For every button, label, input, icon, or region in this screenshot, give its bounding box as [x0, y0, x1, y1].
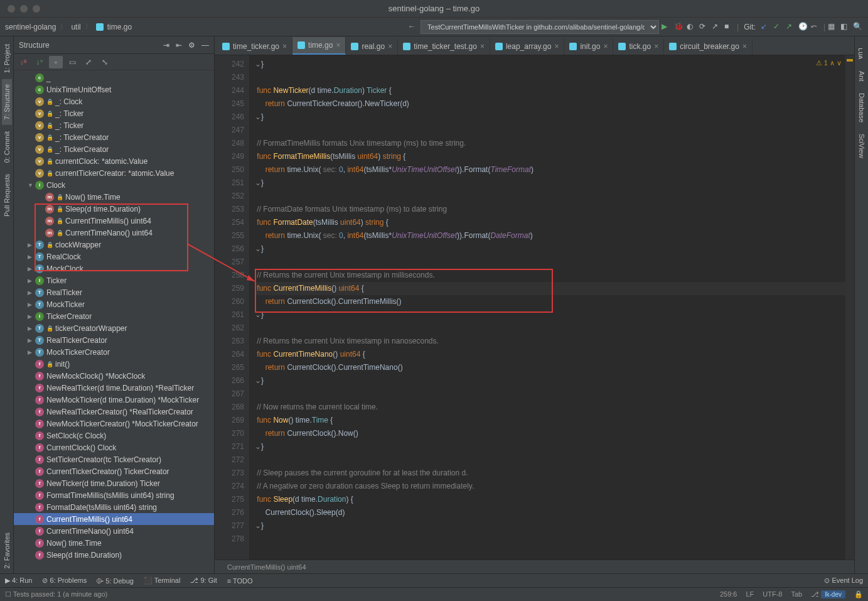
- structure-item[interactable]: fNewTicker(d time.Duration) Ticker: [14, 477, 214, 489]
- bottom-tab[interactable]: ▶ 4: Run: [5, 577, 32, 585]
- tab-commit[interactable]: 0: Commit: [2, 126, 12, 168]
- structure-item[interactable]: fNewMockTicker(d time.Duration) *MockTic…: [14, 394, 214, 406]
- crumb-folder[interactable]: util: [71, 23, 80, 31]
- structure-item[interactable]: fNow() time.Time: [14, 537, 214, 549]
- tab-sciview[interactable]: SciView: [857, 129, 867, 163]
- error-stripe[interactable]: [845, 55, 854, 560]
- structure-item[interactable]: m🔒Sleep(d time.Duration): [14, 203, 214, 215]
- editor-tab[interactable]: time_ticker.go×: [217, 38, 292, 55]
- structure-item[interactable]: ▶T🔒clockWrapper: [14, 239, 214, 251]
- structure-item[interactable]: fNewMockTickerCreator() *MockTickerCreat…: [14, 418, 214, 430]
- editor-tab[interactable]: init.go×: [564, 38, 613, 55]
- traffic-lights[interactable]: [0, 5, 40, 13]
- crumb-file[interactable]: time.go: [107, 23, 132, 31]
- editor-tab[interactable]: real.go×: [346, 38, 398, 55]
- crumb-project[interactable]: sentinel-golang: [5, 23, 56, 31]
- structure-item[interactable]: fSetTickerCreator(tc TickerCreator): [14, 453, 214, 465]
- structure-item[interactable]: ▶ITicker: [14, 274, 214, 286]
- editor-tab[interactable]: circuit_breaker.go×: [664, 38, 753, 55]
- profile-icon[interactable]: ⟳: [699, 22, 709, 32]
- structure-item[interactable]: fCurrentTimeNano() uint64: [14, 525, 214, 537]
- structure-item[interactable]: m🔒Now() time.Time: [14, 191, 214, 203]
- structure-item[interactable]: m🔒CurrentTimeNano() uint64: [14, 227, 214, 239]
- editor-tab[interactable]: tick.go×: [613, 38, 664, 55]
- structure-item[interactable]: ▶T🔒tickerCreatorWrapper: [14, 322, 214, 334]
- structure-tree[interactable]: c_cUnixTimeUnitOffsetv🔒_: Clockv🔒_: Tick…: [14, 70, 214, 573]
- structure-item[interactable]: fNewMockClock() *MockClock: [14, 370, 214, 382]
- structure-item[interactable]: ▶TMockTicker: [14, 298, 214, 310]
- structure-item[interactable]: ▶TRealClock: [14, 251, 214, 263]
- editor-tab[interactable]: time.go×: [292, 37, 346, 55]
- bottom-tab[interactable]: ⊙ Event Log: [824, 577, 863, 585]
- structure-item[interactable]: fCurrentTimeMillis() uint64: [14, 513, 214, 525]
- bottom-tab[interactable]: ⌱ 5: Debug: [97, 577, 134, 585]
- editor-tab[interactable]: leap_array.go×: [490, 38, 565, 55]
- collapse-icon[interactable]: ⇤: [176, 41, 182, 50]
- status-position[interactable]: 259:6: [720, 590, 737, 598]
- structure-item[interactable]: ▶TRealTicker: [14, 286, 214, 298]
- structure-item[interactable]: cUnixTimeUnitOffset: [14, 84, 214, 95]
- expand-icon[interactable]: ⇥: [163, 41, 169, 50]
- run-icon[interactable]: ▶: [662, 22, 672, 32]
- close-icon[interactable]: ×: [554, 42, 559, 51]
- structure-item[interactable]: v🔒_: TickerCreator: [14, 131, 214, 143]
- status-lock-icon[interactable]: 🔒: [854, 590, 863, 598]
- structure-item[interactable]: f🔒init(): [14, 358, 214, 370]
- structure-item[interactable]: v🔒currentTickerCreator: *atomic.Value: [14, 167, 214, 179]
- structure-item[interactable]: fFormatTimeMillis(tsMillis uint64) strin…: [14, 489, 214, 501]
- structure-item[interactable]: v🔒_: Ticker: [14, 119, 214, 131]
- git-commit-icon[interactable]: ✓: [773, 22, 783, 32]
- breadcrumb[interactable]: sentinel-golang 〉 util 〉 time.go: [5, 21, 132, 32]
- tab-project[interactable]: 1: Project: [2, 39, 12, 78]
- close-icon[interactable]: ×: [742, 42, 747, 51]
- status-encoding[interactable]: UTF-8: [763, 590, 782, 598]
- structure-item[interactable]: fNewRealTicker(d time.Duration) *RealTic…: [14, 382, 214, 394]
- autoscroll-icon[interactable]: ⤢: [82, 56, 95, 68]
- bottom-tab[interactable]: ⊘ 6: Problems: [42, 577, 87, 585]
- structure-item[interactable]: fFormatDate(tsMillis uint64) string: [14, 501, 214, 513]
- search-everywhere-icon[interactable]: 🔍: [853, 22, 863, 32]
- close-icon[interactable]: ×: [282, 42, 287, 51]
- close-icon[interactable]: ×: [336, 41, 340, 50]
- git-push-icon[interactable]: ↗: [786, 22, 796, 32]
- autoscroll-from-icon[interactable]: ⤡: [98, 56, 112, 68]
- stop-icon[interactable]: ■: [724, 22, 734, 32]
- status-indent[interactable]: Tab: [791, 590, 803, 598]
- hide-icon[interactable]: —: [201, 41, 209, 50]
- close-icon[interactable]: ×: [480, 42, 485, 51]
- ide-plugins-icon[interactable]: ◧: [840, 22, 850, 32]
- close-icon[interactable]: ×: [388, 42, 392, 51]
- tab-structure[interactable]: 7: Structure: [2, 79, 12, 125]
- git-update-icon[interactable]: ↙: [761, 22, 771, 32]
- code-area[interactable]: ⌄} func NewTicker(d time.Duration) Ticke…: [250, 55, 845, 560]
- back-icon[interactable]: ←: [408, 22, 418, 32]
- structure-item[interactable]: ▶TMockTickerCreator: [14, 346, 214, 358]
- debug-icon[interactable]: 🐞: [674, 22, 684, 32]
- structure-item[interactable]: fCurrentClock() Clock: [14, 441, 214, 453]
- structure-item[interactable]: fSetClock(c Clock): [14, 430, 214, 441]
- attach-icon[interactable]: ↗: [712, 22, 722, 32]
- close-icon[interactable]: ×: [603, 42, 608, 51]
- git-rollback-icon[interactable]: ⤺: [811, 22, 821, 32]
- settings-icon[interactable]: ⚙: [188, 41, 195, 50]
- structure-item[interactable]: c_: [14, 72, 214, 84]
- structure-item[interactable]: ▶TRealTickerCreator: [14, 334, 214, 346]
- editor-tab[interactable]: time_ticker_test.go×: [398, 38, 490, 55]
- tab-favorites[interactable]: 2: Favorites: [2, 528, 12, 573]
- structure-item[interactable]: v🔒_: TickerCreator: [14, 143, 214, 155]
- structure-item[interactable]: v🔒_: Ticker: [14, 107, 214, 119]
- structure-item[interactable]: ▶TMockClock: [14, 263, 214, 274]
- run-config-select[interactable]: TestCurrentTimeMillsWithTicker in github…: [421, 20, 659, 34]
- bottom-tab[interactable]: ≡ TODO: [227, 577, 253, 585]
- coverage-icon[interactable]: ◐: [687, 22, 697, 32]
- tab-lua[interactable]: ʟᴜᴀ: [856, 43, 867, 65]
- bottom-tab[interactable]: ⬛ Terminal: [144, 577, 180, 585]
- gutter[interactable]: 2422432442452462472482492502512522532542…: [215, 55, 250, 560]
- sort-visibility-icon[interactable]: ↓ᵛ: [33, 56, 46, 68]
- close-icon[interactable]: ×: [654, 42, 658, 51]
- structure-item[interactable]: m🔒CurrentTimeMillis() uint64: [14, 215, 214, 227]
- bottom-tab[interactable]: ⎇ 9: Git: [190, 577, 217, 585]
- show-fields-icon[interactable]: ▫: [49, 56, 63, 68]
- structure-item[interactable]: v🔒_: Clock: [14, 95, 214, 107]
- status-line-sep[interactable]: LF: [746, 590, 754, 598]
